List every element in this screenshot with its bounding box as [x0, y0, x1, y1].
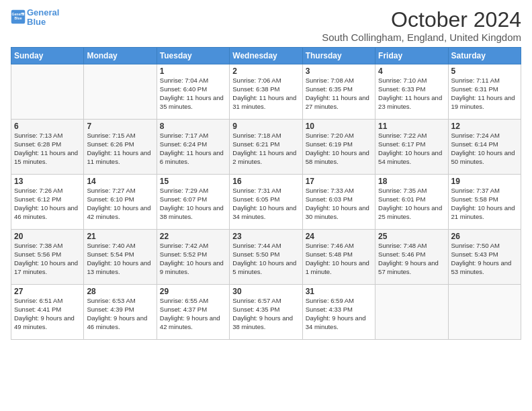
- day-info: Sunrise: 7:17 AM Sunset: 6:24 PM Dayligh…: [160, 132, 226, 166]
- day-info: Sunrise: 7:18 AM Sunset: 6:21 PM Dayligh…: [232, 132, 299, 166]
- day-number: 24: [306, 232, 372, 241]
- day-number: 7: [87, 122, 153, 131]
- calendar-cell: 20Sunrise: 7:38 AM Sunset: 5:56 PM Dayli…: [11, 230, 84, 285]
- column-header-sunday: Sunday: [11, 48, 84, 64]
- calendar-cell: 26Sunrise: 7:50 AM Sunset: 5:43 PM Dayli…: [448, 230, 521, 285]
- day-number: 8: [160, 122, 226, 131]
- calendar-cell: [11, 64, 84, 120]
- day-number: 28: [87, 287, 153, 296]
- day-number: 23: [232, 232, 299, 241]
- day-info: Sunrise: 7:10 AM Sunset: 6:33 PM Dayligh…: [378, 77, 445, 111]
- day-number: 9: [232, 122, 299, 131]
- day-info: Sunrise: 6:59 AM Sunset: 4:33 PM Dayligh…: [306, 297, 372, 331]
- calendar-cell: [375, 285, 448, 340]
- day-info: Sunrise: 7:11 AM Sunset: 6:31 PM Dayligh…: [451, 77, 518, 111]
- column-header-wednesday: Wednesday: [230, 48, 302, 64]
- calendar-cell: 11Sunrise: 7:22 AM Sunset: 6:17 PM Dayli…: [375, 120, 448, 175]
- day-number: 30: [232, 287, 299, 296]
- calendar-cell: 27Sunrise: 6:51 AM Sunset: 4:41 PM Dayli…: [11, 285, 84, 340]
- day-number: 14: [87, 177, 153, 186]
- calendar-cell: 28Sunrise: 6:53 AM Sunset: 4:39 PM Dayli…: [84, 285, 157, 340]
- day-info: Sunrise: 7:20 AM Sunset: 6:19 PM Dayligh…: [306, 132, 372, 166]
- day-info: Sunrise: 7:46 AM Sunset: 5:48 PM Dayligh…: [306, 242, 372, 276]
- calendar-cell: 16Sunrise: 7:31 AM Sunset: 6:05 PM Dayli…: [230, 175, 302, 230]
- calendar-cell: 9Sunrise: 7:18 AM Sunset: 6:21 PM Daylig…: [230, 120, 302, 175]
- day-info: Sunrise: 7:08 AM Sunset: 6:35 PM Dayligh…: [306, 77, 372, 111]
- day-number: 15: [160, 177, 226, 186]
- calendar: SundayMondayTuesdayWednesdayThursdayFrid…: [11, 47, 521, 340]
- day-number: 18: [378, 177, 445, 186]
- day-number: 22: [160, 232, 226, 241]
- month-title: October 2024: [322, 8, 521, 32]
- day-number: 31: [306, 287, 372, 296]
- day-info: Sunrise: 7:48 AM Sunset: 5:46 PM Dayligh…: [378, 242, 445, 276]
- day-info: Sunrise: 7:15 AM Sunset: 6:26 PM Dayligh…: [87, 132, 153, 166]
- calendar-cell: 18Sunrise: 7:35 AM Sunset: 6:01 PM Dayli…: [375, 175, 448, 230]
- day-number: 27: [14, 287, 81, 296]
- calendar-cell: 12Sunrise: 7:24 AM Sunset: 6:14 PM Dayli…: [448, 120, 521, 175]
- day-number: 4: [378, 66, 445, 76]
- day-info: Sunrise: 7:29 AM Sunset: 6:07 PM Dayligh…: [160, 187, 226, 221]
- subtitle: South Collingham, England, United Kingdo…: [322, 32, 521, 43]
- calendar-cell: 1Sunrise: 7:04 AM Sunset: 6:40 PM Daylig…: [157, 64, 229, 120]
- day-info: Sunrise: 7:04 AM Sunset: 6:40 PM Dayligh…: [160, 77, 226, 111]
- day-number: 25: [378, 232, 445, 241]
- day-info: Sunrise: 7:31 AM Sunset: 6:05 PM Dayligh…: [232, 187, 299, 221]
- day-info: Sunrise: 6:51 AM Sunset: 4:41 PM Dayligh…: [14, 297, 81, 331]
- calendar-cell: 24Sunrise: 7:46 AM Sunset: 5:48 PM Dayli…: [302, 230, 375, 285]
- day-info: Sunrise: 7:35 AM Sunset: 6:01 PM Dayligh…: [378, 187, 445, 221]
- calendar-cell: 21Sunrise: 7:40 AM Sunset: 5:54 PM Dayli…: [84, 230, 157, 285]
- day-number: 6: [14, 122, 81, 131]
- day-number: 10: [306, 122, 372, 131]
- header: General Blue General Blue October 2024 S…: [11, 8, 521, 43]
- calendar-cell: 29Sunrise: 6:55 AM Sunset: 4:37 PM Dayli…: [157, 285, 229, 340]
- week-row-1: 1Sunrise: 7:04 AM Sunset: 6:40 PM Daylig…: [11, 64, 521, 120]
- calendar-cell: 6Sunrise: 7:13 AM Sunset: 6:28 PM Daylig…: [11, 120, 84, 175]
- day-info: Sunrise: 7:33 AM Sunset: 6:03 PM Dayligh…: [306, 187, 372, 221]
- day-info: Sunrise: 6:55 AM Sunset: 4:37 PM Dayligh…: [160, 297, 226, 331]
- day-info: Sunrise: 7:44 AM Sunset: 5:50 PM Dayligh…: [232, 242, 299, 276]
- day-info: Sunrise: 7:37 AM Sunset: 5:58 PM Dayligh…: [451, 187, 518, 221]
- week-row-4: 20Sunrise: 7:38 AM Sunset: 5:56 PM Dayli…: [11, 230, 521, 285]
- calendar-cell: [84, 64, 157, 120]
- day-info: Sunrise: 7:06 AM Sunset: 6:38 PM Dayligh…: [232, 77, 299, 111]
- day-number: 1: [160, 66, 226, 76]
- day-info: Sunrise: 7:38 AM Sunset: 5:56 PM Dayligh…: [14, 242, 81, 276]
- calendar-cell: 22Sunrise: 7:42 AM Sunset: 5:52 PM Dayli…: [157, 230, 229, 285]
- column-header-saturday: Saturday: [448, 48, 521, 64]
- calendar-cell: 25Sunrise: 7:48 AM Sunset: 5:46 PM Dayli…: [375, 230, 448, 285]
- calendar-cell: 2Sunrise: 7:06 AM Sunset: 6:38 PM Daylig…: [230, 64, 302, 120]
- day-info: Sunrise: 7:22 AM Sunset: 6:17 PM Dayligh…: [378, 132, 445, 166]
- day-number: 5: [451, 66, 518, 76]
- day-number: 21: [87, 232, 153, 241]
- column-header-friday: Friday: [375, 48, 448, 64]
- logo-text-line2: Blue: [27, 17, 59, 27]
- day-number: 13: [14, 177, 81, 186]
- calendar-cell: 14Sunrise: 7:27 AM Sunset: 6:10 PM Dayli…: [84, 175, 157, 230]
- day-number: 16: [232, 177, 299, 186]
- day-number: 17: [306, 177, 372, 186]
- calendar-cell: 8Sunrise: 7:17 AM Sunset: 6:24 PM Daylig…: [157, 120, 229, 175]
- day-info: Sunrise: 6:57 AM Sunset: 4:35 PM Dayligh…: [232, 297, 299, 331]
- calendar-cell: [448, 285, 521, 340]
- calendar-cell: 5Sunrise: 7:11 AM Sunset: 6:31 PM Daylig…: [448, 64, 521, 120]
- week-row-2: 6Sunrise: 7:13 AM Sunset: 6:28 PM Daylig…: [11, 120, 521, 175]
- week-row-3: 13Sunrise: 7:26 AM Sunset: 6:12 PM Dayli…: [11, 175, 521, 230]
- logo-icon: General Blue: [11, 9, 26, 24]
- day-number: 20: [14, 232, 81, 241]
- day-info: Sunrise: 7:50 AM Sunset: 5:43 PM Dayligh…: [451, 242, 518, 276]
- day-info: Sunrise: 7:26 AM Sunset: 6:12 PM Dayligh…: [14, 187, 81, 221]
- title-block: October 2024 South Collingham, England, …: [322, 8, 521, 43]
- calendar-cell: 31Sunrise: 6:59 AM Sunset: 4:33 PM Dayli…: [302, 285, 375, 340]
- calendar-cell: 19Sunrise: 7:37 AM Sunset: 5:58 PM Dayli…: [448, 175, 521, 230]
- calendar-cell: 3Sunrise: 7:08 AM Sunset: 6:35 PM Daylig…: [302, 64, 375, 120]
- calendar-cell: 13Sunrise: 7:26 AM Sunset: 6:12 PM Dayli…: [11, 175, 84, 230]
- week-row-5: 27Sunrise: 6:51 AM Sunset: 4:41 PM Dayli…: [11, 285, 521, 340]
- calendar-cell: 15Sunrise: 7:29 AM Sunset: 6:07 PM Dayli…: [157, 175, 229, 230]
- day-number: 29: [160, 287, 226, 296]
- day-number: 26: [451, 232, 518, 241]
- logo: General Blue General Blue: [11, 8, 59, 28]
- day-info: Sunrise: 7:40 AM Sunset: 5:54 PM Dayligh…: [87, 242, 153, 276]
- calendar-cell: 7Sunrise: 7:15 AM Sunset: 6:26 PM Daylig…: [84, 120, 157, 175]
- logo-text-line1: General: [27, 8, 59, 17]
